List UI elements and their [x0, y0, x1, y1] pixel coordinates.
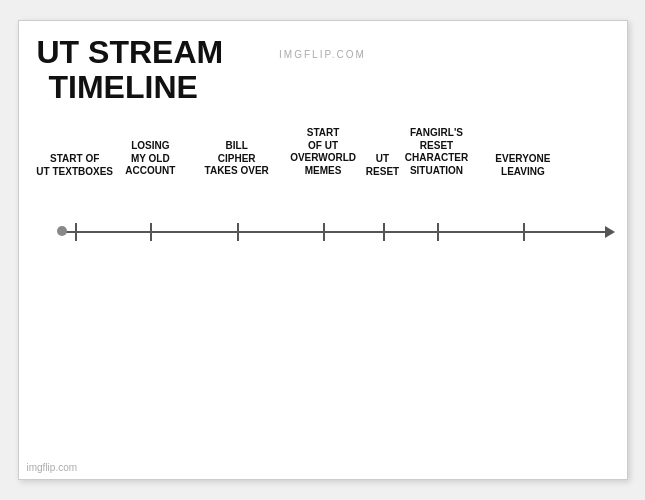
event-label-fangirl-char: FANGIRL'S RESET CHARACTER SITUATION [405, 127, 468, 177]
timeline-card: IMGFLIP.COM UT STREAM TIMELINE START OF … [18, 20, 628, 480]
tick-everyone-leaving [523, 223, 525, 241]
event-label-start-textboxes: START OF UT TEXTBOXES [36, 153, 113, 178]
tick-fangirl-char [437, 223, 439, 241]
tick-bill-cipher [237, 223, 239, 241]
tick-ut-reset [383, 223, 385, 241]
event-label-losing-account: LOSING MY OLD ACCOUNT [125, 140, 175, 178]
event-label-ut-reset: UT RESET [366, 153, 399, 178]
watermark: IMGFLIP.COM [279, 49, 366, 60]
page-title: UT STREAM TIMELINE [37, 35, 224, 105]
event-label-start-memes: START OF UT OVERWORLD MEMES [290, 127, 356, 177]
event-label-everyone-leaving: EVERYONE LEAVING [495, 153, 550, 178]
tick-start-memes [323, 223, 325, 241]
timeline-area: START OF UT TEXTBOXESLOSING MY OLD ACCOU… [49, 201, 607, 281]
timeline-start-dot [57, 226, 67, 236]
tick-losing-account [150, 223, 152, 241]
event-label-bill-cipher: BILL CIPHER TAKES OVER [205, 140, 269, 178]
imgflip-watermark: imgflip.com [27, 462, 78, 473]
tick-start-textboxes [75, 223, 77, 241]
